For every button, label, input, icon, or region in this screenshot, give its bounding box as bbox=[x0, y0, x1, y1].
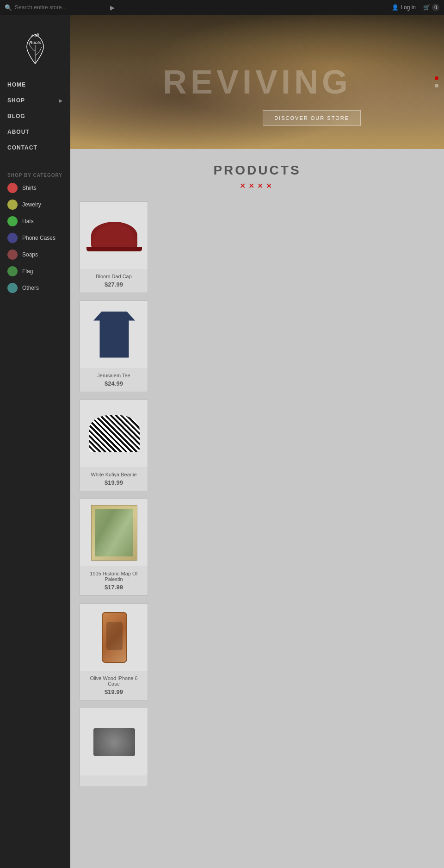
hat-image bbox=[91, 222, 137, 250]
user-icon: 👤 bbox=[392, 4, 399, 11]
category-list: Shirts Jewelry Hats Phone Cases Soaps Fl… bbox=[0, 180, 70, 296]
product-card-5[interactable]: Olive Wood iPhone 6 Case $19.99 bbox=[80, 603, 148, 700]
category-item-phone-cases[interactable]: Phone Cases bbox=[0, 230, 70, 246]
hero-banner: REVIVING DISCOVER OUR STORE bbox=[70, 15, 444, 149]
product-name-3: White Kufiya Beanie bbox=[85, 472, 143, 477]
category-item-flag[interactable]: Flag bbox=[0, 263, 70, 280]
products-divider: ✕✕✕✕ bbox=[80, 181, 435, 190]
product-info-2: Jerusalem Tee $24.99 bbox=[80, 368, 148, 392]
chevron-right-icon: ▶ bbox=[59, 98, 63, 103]
nav-item-contact[interactable]: CONTACT bbox=[0, 140, 70, 156]
cart-icon: 🛒 bbox=[423, 4, 430, 11]
product-price-5: $19.99 bbox=[85, 688, 143, 695]
sidebar: Pali Roots HOME SHOP ▶ bbox=[0, 15, 70, 868]
nav-item-blog[interactable]: BLOG bbox=[0, 108, 70, 124]
flag-icon bbox=[7, 266, 18, 276]
nav-menu: HOME SHOP ▶ BLOG ABOUT bbox=[0, 77, 70, 156]
account-area: 👤 Log in 🛒 0 bbox=[392, 4, 439, 11]
product-card-2[interactable]: Jerusalem Tee $24.99 bbox=[80, 300, 148, 392]
product-info-1: Bloom Dad Cap $27.99 bbox=[80, 269, 148, 293]
product-info-4: 1905 Historic Map Of Palestin $17.99 bbox=[80, 566, 148, 595]
shop-by-label: SHOP BY CATEGORY bbox=[0, 169, 70, 180]
top-bar: 🔍 ▶ 👤 Log in 🛒 0 bbox=[0, 0, 444, 15]
product-price-2: $24.99 bbox=[85, 380, 143, 387]
product-price-4: $17.99 bbox=[85, 584, 143, 591]
product-price-1: $27.99 bbox=[85, 281, 143, 288]
products-section: PRODUCTS ✕✕✕✕ Bloom Dad Cap $27.99 bbox=[70, 149, 444, 843]
product-image-4 bbox=[80, 499, 148, 566]
category-item-hats[interactable]: Hats bbox=[0, 213, 70, 230]
nav-item-about[interactable]: ABOUT bbox=[0, 124, 70, 140]
main-content: REVIVING DISCOVER OUR STORE PRODUCTS ✕✕✕… bbox=[70, 15, 444, 868]
product-card-3[interactable]: White Kufiya Beanie $19.99 bbox=[80, 400, 148, 491]
product-price-3: $19.99 bbox=[85, 479, 143, 486]
product-name-5: Olive Wood iPhone 6 Case bbox=[85, 675, 143, 687]
category-item-soaps[interactable]: Soaps bbox=[0, 246, 70, 263]
search-input[interactable] bbox=[15, 4, 107, 11]
login-link[interactable]: 👤 Log in bbox=[392, 4, 416, 11]
shirts-icon bbox=[7, 183, 18, 193]
hero-title: REVIVING bbox=[163, 65, 352, 99]
products-title: PRODUCTS bbox=[80, 163, 435, 178]
category-item-jewelry[interactable]: Jewelry bbox=[0, 196, 70, 213]
product-card-4[interactable]: 1905 Historic Map Of Palestin $17.99 bbox=[80, 499, 148, 596]
discover-store-button[interactable]: DISCOVER OUR STORE bbox=[263, 110, 361, 126]
product-image-5 bbox=[80, 604, 148, 671]
category-item-others[interactable]: Others bbox=[0, 280, 70, 296]
product-image-1 bbox=[80, 202, 148, 269]
cart-count: 0 bbox=[432, 4, 439, 11]
nav-item-home[interactable]: HOME bbox=[0, 77, 70, 93]
product-info-6 bbox=[80, 775, 148, 787]
product-image-3 bbox=[80, 400, 148, 467]
beanie-image bbox=[89, 415, 140, 452]
logo: Pali Roots bbox=[14, 24, 56, 66]
svg-text:Roots: Roots bbox=[29, 40, 41, 45]
phone-case-image bbox=[102, 612, 127, 663]
hero-button-wrap: DISCOVER OUR STORE bbox=[263, 110, 361, 126]
tshirt-image bbox=[93, 312, 135, 358]
product-image-6 bbox=[80, 708, 148, 775]
product-image-2 bbox=[80, 301, 148, 368]
products-grid: Bloom Dad Cap $27.99 Jerusalem Tee $24.9… bbox=[80, 201, 435, 787]
product-name-2: Jerusalem Tee bbox=[85, 373, 143, 378]
product-name-4: 1905 Historic Map Of Palestin bbox=[85, 571, 143, 582]
logo-wrap: Pali Roots bbox=[0, 15, 70, 77]
nav-divider bbox=[7, 165, 63, 165]
search-button[interactable]: ▶ bbox=[110, 4, 115, 11]
page-wrapper: Pali Roots HOME SHOP ▶ bbox=[0, 15, 444, 868]
product-card-1[interactable]: Bloom Dad Cap $27.99 bbox=[80, 201, 148, 293]
hero-dot-1[interactable] bbox=[435, 76, 438, 80]
misc-image bbox=[93, 728, 135, 756]
hero-dot-2[interactable] bbox=[435, 84, 438, 87]
product-info-5: Olive Wood iPhone 6 Case $19.99 bbox=[80, 671, 148, 700]
product-card-6[interactable] bbox=[80, 708, 148, 787]
cart-link[interactable]: 🛒 0 bbox=[423, 4, 439, 11]
soaps-icon bbox=[7, 250, 18, 260]
hero-dots bbox=[435, 76, 438, 87]
others-icon bbox=[7, 283, 18, 293]
search-icon: 🔍 bbox=[5, 4, 12, 11]
search-area: 🔍 ▶ bbox=[5, 4, 392, 11]
product-name-1: Bloom Dad Cap bbox=[85, 274, 143, 279]
phone-cases-icon bbox=[7, 233, 18, 243]
nav-item-shop[interactable]: SHOP ▶ bbox=[0, 93, 70, 108]
category-item-shirts[interactable]: Shirts bbox=[0, 180, 70, 196]
map-image bbox=[91, 505, 137, 561]
hats-icon bbox=[7, 216, 18, 226]
product-info-3: White Kufiya Beanie $19.99 bbox=[80, 467, 148, 491]
jewelry-icon bbox=[7, 200, 18, 210]
